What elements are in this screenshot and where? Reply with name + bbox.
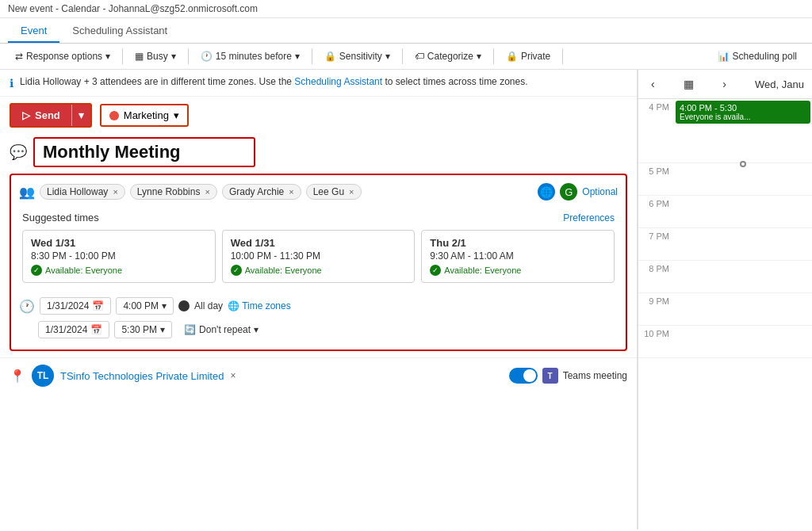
time-grid: 4 PM 4:00 PM - 5:30 Everyone is availa..…	[638, 99, 812, 529]
time-slots: Wed 1/31 8:30 PM - 10:00 PM ✓ Available:…	[19, 230, 618, 283]
reminder-button[interactable]: 🕐 15 minutes before ▾	[193, 47, 307, 66]
time-label-6pm: 6 PM	[638, 196, 674, 208]
attendee-chip-grady: Grady Archie ×	[222, 184, 301, 200]
attendee-icons-right: 🌐 G Optional	[538, 183, 618, 201]
time-chevron: ▾	[162, 300, 167, 311]
send-main[interactable]: ▷ Send	[11, 105, 71, 126]
teams-label: Teams meeting	[563, 370, 627, 381]
event-title-input[interactable]	[33, 137, 255, 167]
time-slot-0[interactable]: Wed 1/31 8:30 PM - 10:00 PM ✓ Available:…	[22, 230, 216, 283]
info-banner: ℹ Lidia Holloway + 3 attendees are in di…	[0, 70, 637, 97]
remove-lidia-button[interactable]: ×	[113, 187, 117, 197]
time-content-6pm	[674, 196, 812, 227]
time-content-9pm	[674, 293, 812, 325]
location-name[interactable]: TSinfo Technologies Private Limited	[60, 370, 224, 382]
repeat-button[interactable]: 🔄 Don't repeat ▾	[177, 321, 266, 338]
time-label-9pm: 9 PM	[638, 293, 674, 306]
attendee-name-lidia: Lidia Holloway	[47, 186, 108, 197]
attendee-name-lee: Lee Gu	[313, 186, 344, 197]
attendee-chip-lidia: Lidia Holloway ×	[40, 184, 125, 200]
marketing-chevron: ▾	[174, 109, 179, 121]
repeat-chevron: ▾	[254, 324, 259, 335]
teams-toggle[interactable]	[509, 368, 538, 384]
busy-button[interactable]: ▦ Busy ▾	[128, 47, 183, 66]
calendar-date-title: Wed, Janu	[755, 78, 804, 90]
categorize-label: Categorize	[427, 51, 473, 62]
remove-grady-button[interactable]: ×	[289, 187, 293, 197]
scheduling-assistant-link[interactable]: Scheduling Assistant	[294, 76, 382, 87]
globe-icon: 🌐	[538, 183, 555, 201]
check-icon-1: ✓	[231, 265, 242, 276]
response-options-button[interactable]: ⇄ Response options ▾	[8, 47, 117, 66]
scheduling-poll-label: Scheduling poll	[733, 51, 797, 62]
send-button[interactable]: ▷ Send ▾	[10, 103, 92, 128]
time-row-6pm: 6 PM	[638, 196, 812, 228]
event-block[interactable]: 4:00 PM - 5:30 Everyone is availa...	[676, 101, 810, 124]
time-row-10pm: 10 PM	[638, 326, 812, 358]
optional-link[interactable]: Optional	[582, 186, 618, 197]
title-text: New event - Calendar - JohannaL@szg52.on…	[8, 3, 258, 14]
allday-row: All day	[178, 300, 223, 311]
end-time-chevron: ▾	[160, 324, 165, 335]
private-button[interactable]: 🔒 Private	[499, 47, 557, 66]
end-time-input[interactable]: 5:30 PM ▾	[114, 321, 172, 338]
calendar-nav: ‹ ▦ › Wed, Janu	[638, 70, 812, 99]
reminder-label: 15 minutes before	[216, 51, 292, 62]
send-dropdown-button[interactable]: ▾	[71, 105, 90, 126]
check-icon-2: ✓	[430, 265, 441, 276]
time-row-8pm: 8 PM	[638, 261, 812, 293]
busy-chevron: ▾	[171, 51, 176, 62]
tab-event[interactable]: Event	[8, 18, 59, 43]
time-slot-1[interactable]: Wed 1/31 10:00 PM - 11:30 PM ✓ Available…	[222, 230, 416, 283]
categorize-button[interactable]: 🏷 Categorize ▾	[408, 47, 488, 66]
time-label-4pm: 4 PM	[638, 99, 674, 112]
response-options-chevron: ▾	[105, 51, 110, 62]
start-date-input[interactable]: 1/31/2024 📅	[40, 297, 111, 315]
separator-2	[188, 48, 189, 64]
reminder-chevron: ▾	[295, 51, 300, 62]
right-panel: ‹ ▦ › Wed, Janu 4 PM 4:00 PM - 5:30 Ever…	[638, 70, 812, 529]
attendees-row: 👥 Lidia Holloway × Lynne Robbins × Grady…	[19, 183, 618, 201]
scheduling-poll-icon: 📊	[718, 51, 730, 62]
remove-lynne-button[interactable]: ×	[205, 187, 209, 197]
repeat-icon: 🔄	[184, 324, 196, 335]
time-slot-2[interactable]: Thu 2/1 9:30 AM - 11:00 AM ✓ Available: …	[421, 230, 615, 283]
busy-icon: ▦	[135, 51, 144, 62]
preferences-link[interactable]: Preferences	[563, 212, 615, 223]
time-content-10pm	[674, 326, 812, 357]
event-title-row: 💬	[0, 134, 637, 174]
timezone-link[interactable]: 🌐 Time zones	[228, 300, 291, 311]
left-panel: ℹ Lidia Holloway + 3 attendees are in di…	[0, 70, 638, 529]
start-time-input[interactable]: 4:00 PM ▾	[116, 297, 174, 315]
private-label: Private	[521, 51, 550, 62]
suggested-times: Suggested times Preferences Wed 1/31 8:3…	[19, 208, 618, 286]
response-options-label: Response options	[26, 51, 102, 62]
categorize-chevron: ▾	[477, 51, 481, 62]
remove-location-button[interactable]: ×	[230, 370, 236, 381]
remove-lee-button[interactable]: ×	[349, 187, 354, 197]
attendees-icon: 👥	[19, 185, 35, 200]
marketing-button[interactable]: Marketing ▾	[100, 104, 189, 127]
event-subtitle: Everyone is availa...	[680, 113, 806, 121]
sensitivity-button[interactable]: 🔒 Sensitivity ▾	[317, 47, 397, 66]
scheduling-poll-button[interactable]: 📊 Scheduling poll	[710, 47, 804, 66]
time-content-8pm	[674, 261, 812, 292]
slot-date-2: Thu 2/1	[430, 237, 606, 249]
time-content-5pm	[674, 163, 812, 195]
teams-icon: T	[542, 368, 558, 384]
location-icon: 📍	[10, 369, 25, 384]
slot-avail-0: ✓ Available: Everyone	[31, 265, 207, 276]
calendar-grid-icon[interactable]: ▦	[684, 78, 694, 90]
title-bar: New event - Calendar - JohannaL@szg52.on…	[0, 0, 812, 18]
start-datetime-row: 🕐 1/31/2024 📅 4:00 PM ▾ All day 🌐	[19, 294, 618, 318]
allday-toggle[interactable]	[178, 300, 190, 311]
calendar-forward-button[interactable]: ›	[718, 76, 731, 92]
action-row: ▷ Send ▾ Marketing ▾	[0, 97, 637, 134]
calendar-back-button[interactable]: ‹	[646, 76, 660, 92]
end-date-input[interactable]: 1/31/2024 📅	[38, 321, 109, 338]
sensitivity-chevron: ▾	[385, 51, 390, 62]
time-label-5pm: 5 PM	[638, 163, 674, 176]
datetime-section: 🕐 1/31/2024 📅 4:00 PM ▾ All day 🌐	[19, 294, 618, 342]
tab-scheduling-assistant[interactable]: Scheduling Assistant	[59, 18, 180, 43]
attendee-chip-lynne: Lynne Robbins ×	[130, 184, 217, 200]
